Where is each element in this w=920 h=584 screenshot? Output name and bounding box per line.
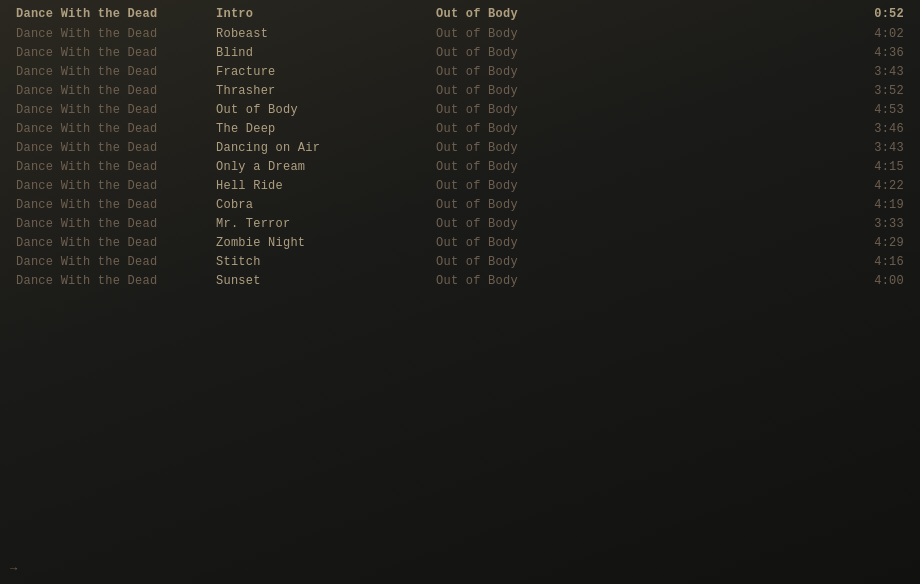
track-title: Only a Dream (216, 160, 436, 174)
table-row[interactable]: Dance With the DeadFractureOut of Body3:… (0, 62, 920, 81)
track-album: Out of Body (436, 84, 854, 98)
track-duration: 4:19 (854, 198, 904, 212)
track-list: Dance With the Dead Intro Out of Body 0:… (0, 0, 920, 294)
track-duration: 3:43 (854, 65, 904, 79)
track-album: Out of Body (436, 236, 854, 250)
track-artist: Dance With the Dead (16, 160, 216, 174)
track-duration: 3:46 (854, 122, 904, 136)
track-title: Cobra (216, 198, 436, 212)
track-album: Out of Body (436, 274, 854, 288)
track-artist: Dance With the Dead (16, 27, 216, 41)
header-album: Out of Body (436, 7, 854, 21)
arrow-indicator: → (10, 562, 17, 576)
track-album: Out of Body (436, 141, 854, 155)
track-duration: 4:29 (854, 236, 904, 250)
track-list-header: Dance With the Dead Intro Out of Body 0:… (0, 4, 920, 23)
track-title: Hell Ride (216, 179, 436, 193)
track-artist: Dance With the Dead (16, 217, 216, 231)
track-title: Blind (216, 46, 436, 60)
header-title: Intro (216, 7, 436, 21)
track-artist: Dance With the Dead (16, 255, 216, 269)
track-artist: Dance With the Dead (16, 46, 216, 60)
table-row[interactable]: Dance With the DeadStitchOut of Body4:16 (0, 252, 920, 271)
table-row[interactable]: Dance With the DeadThrasherOut of Body3:… (0, 81, 920, 100)
table-row[interactable]: Dance With the DeadRobeastOut of Body4:0… (0, 24, 920, 43)
track-duration: 4:15 (854, 160, 904, 174)
header-duration: 0:52 (854, 7, 904, 21)
track-duration: 4:02 (854, 27, 904, 41)
table-row[interactable]: Dance With the DeadThe DeepOut of Body3:… (0, 119, 920, 138)
track-artist: Dance With the Dead (16, 236, 216, 250)
track-duration: 3:43 (854, 141, 904, 155)
track-artist: Dance With the Dead (16, 122, 216, 136)
track-title: Sunset (216, 274, 436, 288)
track-title: The Deep (216, 122, 436, 136)
table-row[interactable]: Dance With the DeadOut of BodyOut of Bod… (0, 100, 920, 119)
track-artist: Dance With the Dead (16, 84, 216, 98)
track-title: Zombie Night (216, 236, 436, 250)
track-album: Out of Body (436, 198, 854, 212)
track-title: Robeast (216, 27, 436, 41)
track-album: Out of Body (436, 46, 854, 60)
table-row[interactable]: Dance With the DeadHell RideOut of Body4… (0, 176, 920, 195)
table-row[interactable]: Dance With the DeadSunsetOut of Body4:00 (0, 271, 920, 290)
track-title: Out of Body (216, 103, 436, 117)
track-album: Out of Body (436, 217, 854, 231)
track-duration: 3:33 (854, 217, 904, 231)
track-artist: Dance With the Dead (16, 141, 216, 155)
track-title: Stitch (216, 255, 436, 269)
table-row[interactable]: Dance With the DeadBlindOut of Body4:36 (0, 43, 920, 62)
table-row[interactable]: Dance With the DeadDancing on AirOut of … (0, 138, 920, 157)
track-title: Fracture (216, 65, 436, 79)
track-duration: 4:53 (854, 103, 904, 117)
track-duration: 4:00 (854, 274, 904, 288)
track-duration: 3:52 (854, 84, 904, 98)
track-album: Out of Body (436, 160, 854, 174)
track-album: Out of Body (436, 122, 854, 136)
table-row[interactable]: Dance With the DeadZombie NightOut of Bo… (0, 233, 920, 252)
table-row[interactable]: Dance With the DeadCobraOut of Body4:19 (0, 195, 920, 214)
track-duration: 4:22 (854, 179, 904, 193)
track-artist: Dance With the Dead (16, 65, 216, 79)
track-artist: Dance With the Dead (16, 103, 216, 117)
track-album: Out of Body (436, 103, 854, 117)
track-duration: 4:36 (854, 46, 904, 60)
track-album: Out of Body (436, 27, 854, 41)
track-title: Thrasher (216, 84, 436, 98)
track-title: Mr. Terror (216, 217, 436, 231)
track-album: Out of Body (436, 179, 854, 193)
header-artist: Dance With the Dead (16, 7, 216, 21)
table-row[interactable]: Dance With the DeadOnly a DreamOut of Bo… (0, 157, 920, 176)
track-artist: Dance With the Dead (16, 179, 216, 193)
track-artist: Dance With the Dead (16, 274, 216, 288)
track-artist: Dance With the Dead (16, 198, 216, 212)
track-duration: 4:16 (854, 255, 904, 269)
track-album: Out of Body (436, 65, 854, 79)
track-album: Out of Body (436, 255, 854, 269)
table-row[interactable]: Dance With the DeadMr. TerrorOut of Body… (0, 214, 920, 233)
track-title: Dancing on Air (216, 141, 436, 155)
